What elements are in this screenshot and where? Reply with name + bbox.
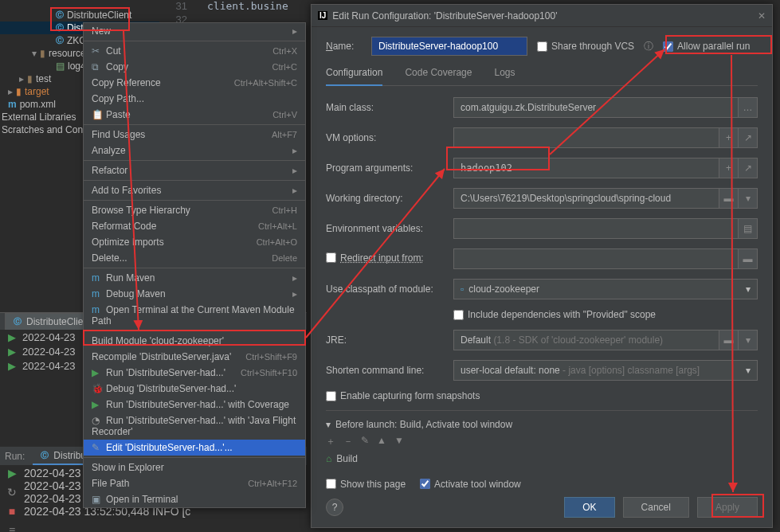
chevron-down-icon: ▾ [32,48,37,59]
editor-line: client.busine [207,0,311,12]
browse-button[interactable]: … [739,97,758,118]
show-page-checkbox[interactable]: Show this page [326,479,406,490]
ctx-copy-path[interactable]: Copy Path... [84,91,305,107]
ctx-cut[interactable]: ✂CutCtrl+X [84,43,305,59]
dropdown-button[interactable]: ▾ [739,188,758,209]
jre-label: JRE: [326,334,453,346]
ctx-find-usages[interactable]: Find UsagesAlt+F7 [84,127,305,143]
rerun-icon[interactable]: ↻ [3,486,21,499]
ctx-add-fav[interactable]: Add to Favorites▸ [84,182,305,198]
classpath-select[interactable]: ▫cloud-zookeeper▾ [453,279,758,299]
maven-icon: m [92,272,103,284]
build-icon: ⌂ [326,453,331,464]
layout-icon[interactable]: ≡ [3,524,21,532]
edit-button[interactable]: ✎ [361,435,369,448]
ctx-browse-hier[interactable]: Browse Type HierarchyCtrl+H [84,202,305,218]
ctx-open-term-maven[interactable]: mOpen Terminal at the Current Maven Modu… [84,302,305,329]
ctx-reformat[interactable]: Reformat CodeCtrl+Alt+L [84,218,305,234]
ctx-run-maven[interactable]: mRun Maven▸ [84,270,305,286]
tree-label: pom.xml [20,99,56,110]
ctx-build-module[interactable]: Build Module 'cloud-zookeeper' [84,333,305,349]
folder-icon: ▮ [16,86,22,97]
remove-button[interactable]: － [343,435,353,448]
redirect-checkbox[interactable]: Redirect input from: [326,252,424,264]
copy-icon: ⧉ [92,61,103,72]
classpath-label: Use classpath of module: [326,284,453,295]
vm-options-input[interactable] [453,127,719,148]
allow-parallel-checkbox[interactable]: Allow parallel run [663,41,750,52]
ctx-recompile[interactable]: Recompile 'DistributeServer.java'Ctrl+Sh… [84,349,305,365]
list-item[interactable]: 2022-04-23 [22,346,76,358]
folder-button[interactable]: ▬ [739,248,758,269]
folder-button[interactable]: ▬ [719,188,739,209]
class-icon: Ⓒ [56,10,64,21]
ctx-copy-ref[interactable]: Copy ReferenceCtrl+Alt+Shift+C [84,75,305,91]
ctx-open-terminal[interactable]: ▣Open in Terminal [84,491,305,507]
include-deps-checkbox[interactable]: Include dependencies with "Provided" sco… [453,309,656,320]
expand-button[interactable]: ↗ [739,158,758,178]
run-icon[interactable]: ▶ [3,467,21,479]
before-launch-header[interactable]: ▾Before launch: Build, Activate tool win… [326,419,758,430]
ctx-run-jfr[interactable]: ◔Run 'DistributeServer-had...' with 'Jav… [84,413,305,440]
ctx-show-explorer[interactable]: Show in Explorer [84,460,305,475]
file-icon: ▤ [56,61,65,72]
up-button[interactable]: ▲ [377,435,386,448]
add-button[interactable]: ＋ [326,435,335,448]
class-icon: Ⓒ [56,22,64,33]
ctx-run-coverage[interactable]: ▶Run 'DistributeServer-had...' with Cove… [84,397,305,413]
stop-icon[interactable]: ■ [3,505,21,518]
cancel-button[interactable]: Cancel [623,497,689,518]
list-item[interactable]: 2022-04-23 [22,360,76,372]
help-icon[interactable]: ⓘ [644,40,653,53]
run-icon: ▶ [8,331,16,343]
ctx-optimize[interactable]: Optimize ImportsCtrl+Alt+O [84,234,305,250]
env-vars-label: Environment variables: [326,223,453,234]
program-args-input[interactable]: hadoop102 [453,158,719,178]
env-vars-input[interactable] [453,218,739,239]
share-vcs-checkbox[interactable]: Share through VCS [537,41,634,52]
enable-capturing-checkbox[interactable]: Enable capturing form snapshots [326,390,480,401]
activate-tool-checkbox[interactable]: Activate tool window [420,479,521,490]
ok-button[interactable]: OK [564,497,614,518]
down-button[interactable]: ▼ [394,435,404,448]
apply-button[interactable]: Apply [697,497,758,518]
expand-button[interactable]: ↗ [739,127,758,148]
close-icon[interactable]: ✕ [758,10,766,22]
add-button[interactable]: + [719,158,739,178]
folder-icon: ▮ [40,48,45,59]
list-item[interactable]: 2022-04-23 [22,331,76,343]
ctx-copy[interactable]: ⧉CopyCtrl+C [84,59,305,75]
chevron-down-icon: ▾ [746,284,751,295]
ctx-delete[interactable]: Delete...Delete [84,250,305,266]
console-controls: ▶ ↻ ■ ≡ [3,467,21,532]
ctx-refactor[interactable]: Refactor▸ [84,162,305,178]
ctx-debug-maven[interactable]: mDebug Maven▸ [84,286,305,302]
redirect-input[interactable] [453,248,739,269]
main-class-input[interactable]: com.atguigu.zk.DistributeServer [453,97,739,118]
name-input[interactable]: DistributeServer-hadoop100 [371,37,527,56]
tree-label: DistributeClient [67,10,131,21]
build-task-item[interactable]: ⌂Build [326,453,758,472]
jre-select[interactable]: Default (1.8 - SDK of 'cloud-zookeeper' … [453,330,719,350]
folder-button[interactable]: ▬ [719,330,739,350]
list-button[interactable]: ▤ [739,218,758,239]
ctx-file-path[interactable]: File PathCtrl+Alt+F12 [84,475,305,491]
shorten-select[interactable]: user-local default: none - java [options… [453,360,758,381]
ctx-new[interactable]: New▸ [84,23,305,39]
ctx-run[interactable]: ▶Run 'DistributeServer-had...'Ctrl+Shift… [84,365,305,381]
tab-logs[interactable]: Logs [494,64,515,85]
working-dir-input[interactable]: C:\Users\76219\Desktop\springcloud\sprin… [453,188,719,209]
ctx-edit-run-config[interactable]: ✎Edit 'DistributeServer-had...'... [84,440,305,456]
ctx-analyze[interactable]: Analyze▸ [84,143,305,158]
ctx-paste[interactable]: 📋PasteCtrl+V [84,107,305,123]
vm-options-label: VM options: [326,132,453,143]
maven-icon: m [92,304,103,315]
ctx-debug[interactable]: 🐞Debug 'DistributeServer-had...' [84,381,305,397]
add-button[interactable]: + [719,127,739,148]
dropdown-button[interactable]: ▾ [739,330,758,350]
tab-configuration[interactable]: Configuration [326,64,382,86]
help-button[interactable]: ? [326,499,343,516]
tree-item-distribute-client[interactable]: ⒸDistributeClient [0,9,159,22]
enable-capturing-label: Enable capturing form snapshots [340,390,480,401]
tab-coverage[interactable]: Code Coverage [405,64,472,85]
